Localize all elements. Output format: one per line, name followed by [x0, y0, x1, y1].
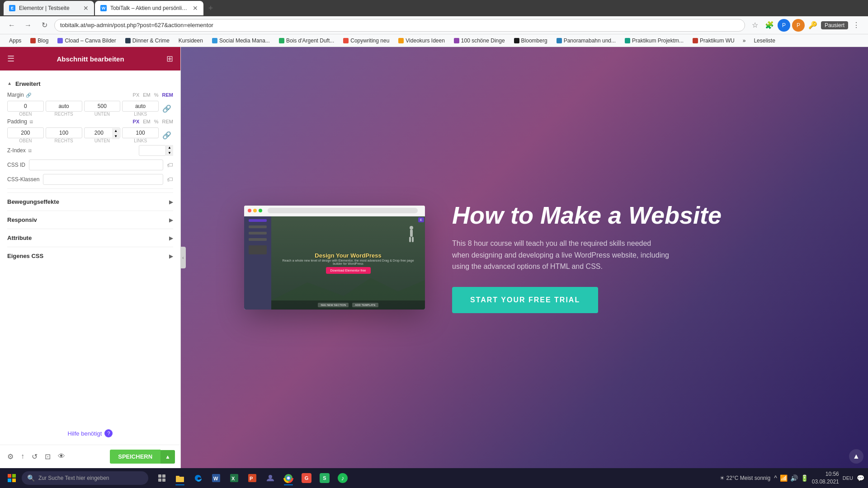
taskbar-weather[interactable]: ☀ 22°C Meist sonnig: [720, 475, 771, 481]
bookmark-leseliste[interactable]: Leseliste: [750, 37, 778, 45]
margin-unit-pct[interactable]: %: [154, 92, 159, 98]
extensions-icon[interactable]: 🧩: [763, 19, 776, 32]
scroll-up-button[interactable]: ▲: [849, 449, 863, 464]
padding-unten-up[interactable]: ▲: [112, 128, 119, 134]
bookmark-blog[interactable]: Blog: [27, 37, 52, 45]
padding-chain-icon[interactable]: 🔗: [160, 131, 173, 140]
back-button[interactable]: ←: [5, 19, 18, 32]
padding-unit-rem[interactable]: REM: [162, 119, 173, 124]
extension-icon[interactable]: 🔑: [807, 19, 819, 32]
preview-icon[interactable]: 👁: [56, 450, 67, 463]
padding-rechts-input[interactable]: [46, 127, 82, 138]
css-klassen-label: CSS-Klassen: [7, 176, 39, 183]
z-index-down[interactable]: ▼: [166, 150, 173, 156]
tab-elementor[interactable]: E Elementor | Testseite ✕: [4, 1, 94, 15]
css-klassen-input[interactable]: [43, 174, 163, 185]
erweitert-section-header[interactable]: ▼ Erweitert: [7, 76, 173, 92]
bookmark-canva[interactable]: Cload – Canva Bilder: [54, 37, 119, 45]
padding-oben-input[interactable]: [7, 127, 44, 138]
upload-icon[interactable]: ↑: [19, 450, 26, 463]
taskbar-edge[interactable]: [190, 470, 206, 486]
network-icon[interactable]: 📶: [780, 474, 788, 482]
sound-icon[interactable]: 🔊: [790, 474, 798, 482]
taskbar-search-bar[interactable]: 🔍 Zur Suche Text hier eingeben: [22, 471, 148, 485]
bookmark-videokurs[interactable]: Videokurs Ideen: [395, 37, 448, 45]
z-index-up[interactable]: ▲: [166, 145, 173, 150]
reload-button[interactable]: ↻: [38, 19, 51, 32]
sidebar-collapse-handle[interactable]: ‹: [180, 247, 186, 268]
address-bar[interactable]: tobitalk.at/wp-admin/post.php?post=627&a…: [54, 19, 745, 32]
help-section[interactable]: Hilfe benötigt ?: [0, 422, 180, 445]
hero-cta-button[interactable]: START YOUR FREE TRIAL: [452, 287, 598, 313]
padding-unit-pct[interactable]: %: [154, 119, 159, 124]
settings-icon[interactable]: ⚙: [5, 450, 15, 463]
css-klassen-tag-icon[interactable]: 🏷: [167, 176, 173, 183]
bookmark-dinner[interactable]: Dinner & Crime: [122, 37, 173, 45]
padding-unit-em[interactable]: EM: [143, 119, 151, 124]
bookmark-panorama[interactable]: Panoramabahn und...: [553, 37, 619, 45]
bewegungseffekte-header[interactable]: Bewegungseffekte ▶: [7, 193, 173, 211]
padding-links-input[interactable]: [122, 127, 159, 138]
padding-unten-down[interactable]: ▼: [112, 134, 119, 139]
taskbar-taskview[interactable]: [154, 470, 170, 486]
padding-unit-px[interactable]: PX: [133, 119, 140, 124]
save-arrow-button[interactable]: ▲: [160, 450, 175, 464]
tab-tobitalk[interactable]: W TobiTalk – Aktien und persönlich... ✕: [95, 1, 203, 15]
taskbar-word[interactable]: W: [208, 470, 224, 486]
margin-links-input[interactable]: [122, 101, 159, 112]
pause-button[interactable]: Pausiert: [821, 21, 848, 29]
taskbar-language[interactable]: DEU: [843, 475, 853, 481]
bookmark-100dinge[interactable]: 100 schöne Dinge: [450, 37, 509, 45]
css-id-input[interactable]: [29, 160, 163, 170]
more-bookmarks-button[interactable]: »: [740, 37, 749, 45]
save-button[interactable]: SPEICHERN: [110, 450, 160, 464]
taskbar-spotify[interactable]: ♪: [335, 470, 351, 486]
bookmark-copywriting[interactable]: Copywriting neu: [340, 37, 393, 45]
css-id-tag-icon[interactable]: 🏷: [167, 161, 173, 169]
margin-unit-px[interactable]: PX: [133, 92, 140, 98]
bookmark-apps[interactable]: Apps: [5, 37, 25, 45]
taskbar-notification-icon[interactable]: 💬: [857, 474, 864, 482]
bookmark-star-icon[interactable]: ☆: [749, 19, 761, 32]
profile-icon-1[interactable]: P: [778, 19, 790, 32]
battery-icon[interactable]: 🔋: [801, 474, 808, 482]
template-icon[interactable]: ⊡: [43, 450, 52, 463]
margin-rechts-input[interactable]: [46, 101, 82, 112]
tab-label-1: Elementor | Testseite: [19, 5, 80, 11]
tab-close-1[interactable]: ✕: [83, 5, 89, 12]
start-button[interactable]: [4, 470, 20, 486]
bookmark-praktikum[interactable]: Praktikum Projektm...: [621, 37, 687, 45]
attribute-header[interactable]: Attribute ▶: [7, 229, 173, 247]
bookmark-bois[interactable]: Bois d'Argent Duft...: [275, 37, 338, 45]
taskbar-powerpoint[interactable]: P: [244, 470, 260, 486]
forward-button[interactable]: →: [22, 19, 34, 32]
new-tab-button[interactable]: +: [204, 2, 217, 14]
profile-icon-2[interactable]: P: [792, 19, 805, 32]
z-index-input[interactable]: [139, 145, 166, 156]
margin-chain-icon[interactable]: 🔗: [160, 104, 173, 113]
chevron-up-icon[interactable]: ^: [774, 474, 777, 482]
margin-unit-rem[interactable]: REM: [162, 92, 173, 98]
more-options-icon[interactable]: ⋮: [850, 19, 863, 32]
taskbar-teams[interactable]: [262, 470, 278, 486]
grid-icon[interactable]: ⊞: [166, 54, 173, 64]
taskbar-clock[interactable]: 10:56 03.08.2021: [812, 470, 839, 486]
bookmark-social[interactable]: Social Media Mana...: [208, 37, 274, 45]
tab-close-2[interactable]: ✕: [193, 5, 198, 12]
taskbar-chrome[interactable]: [280, 470, 297, 486]
taskbar-app2[interactable]: S: [316, 470, 333, 486]
taskbar-app1[interactable]: G: [298, 470, 315, 486]
eigenes-css-header[interactable]: Eigenes CSS ▶: [7, 247, 173, 265]
taskbar-file-explorer[interactable]: [172, 470, 188, 486]
bookmark-bloomberg[interactable]: Bloomberg: [510, 37, 551, 45]
margin-unit-em[interactable]: EM: [143, 92, 151, 98]
bookmark-kursideen[interactable]: Kursideen: [175, 37, 207, 45]
taskbar-excel[interactable]: X: [226, 470, 242, 486]
hamburger-icon[interactable]: ☰: [7, 54, 14, 64]
margin-unten-input[interactable]: [84, 101, 121, 112]
preview-content: E Design Your WordPress Reach a whole ne…: [181, 47, 868, 468]
history-icon[interactable]: ↺: [30, 450, 39, 463]
margin-oben-input[interactable]: [7, 101, 44, 112]
bookmark-wu[interactable]: Praktikum WU: [689, 37, 738, 45]
responsiv-header[interactable]: Responsiv ▶: [7, 211, 173, 229]
